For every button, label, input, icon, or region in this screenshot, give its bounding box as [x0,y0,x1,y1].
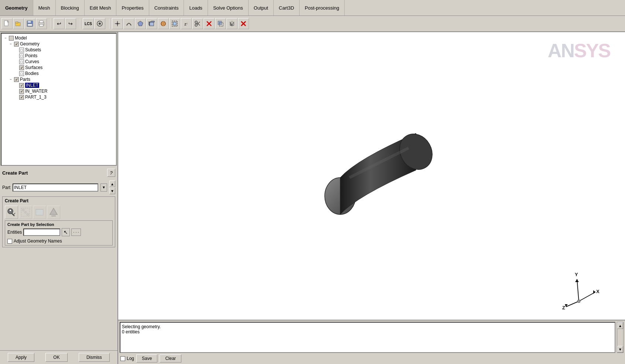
log-controls: Log Save Clear [118,353,625,364]
geom-cut-btn[interactable] [204,18,215,29]
print-button[interactable] [36,18,47,29]
tree-points[interactable]: □ Points [3,53,115,59]
help-button[interactable]: ? [107,169,115,177]
tree-bodies[interactable]: □ Bodies [3,71,115,76]
geom-transform-btn[interactable] [215,18,226,29]
toolbar-group-view: ↩ ↪ [54,18,76,29]
tree-subsets[interactable]: □ Subsets [3,47,115,53]
log-content[interactable]: Selecting geometry. 0 entities [120,322,615,353]
svg-point-43 [22,209,24,211]
select-entity-btn[interactable] [5,206,18,219]
svg-point-44 [24,211,27,213]
expand-bodies-icon [13,71,18,76]
clear-log-button[interactable]: Clear [160,354,181,363]
box-select-btn[interactable] [33,206,46,219]
geom-body-btn[interactable] [146,18,157,29]
menu-item-constraints[interactable]: Constraints [149,0,184,16]
check-surfaces[interactable]: ✓ [19,65,24,70]
check-parts[interactable]: ✓ [14,77,19,82]
open-button[interactable] [13,18,24,29]
tree-surfaces[interactable]: ✓ Surfaces [3,65,115,71]
apply-button[interactable]: Apply [8,353,34,362]
tree-in-water[interactable]: ✓ IN_WATER [3,88,115,94]
check-subsets[interactable]: □ [19,48,24,52]
check-in-water[interactable]: ✓ [19,89,24,94]
tree-model[interactable]: － Model [3,35,115,41]
entities-input[interactable] [23,229,60,236]
menu-item-mesh[interactable]: Mesh [33,0,56,16]
geom-delete-btn[interactable] [238,18,249,29]
ok-button[interactable]: OK [45,353,67,362]
deselect-btn[interactable] [47,206,60,219]
tree-label-bodies: Bodies [25,71,39,76]
multi-select-btn[interactable] [19,206,32,219]
part-dropdown-arrow[interactable]: ▼ [100,183,107,192]
geom-surface-btn[interactable] [135,18,146,29]
canvas-area[interactable]: ANSYS [118,32,625,320]
part-scroll-down[interactable]: ▼ [109,188,115,194]
log-scroll-down-btn[interactable]: ▼ [617,346,623,353]
entities-ellipsis-btn[interactable]: . . . [71,229,81,236]
check-part-1-3[interactable]: ✓ [19,95,24,100]
geom-mirror-btn[interactable] [226,18,238,29]
check-points[interactable]: □ [19,54,24,58]
lcs-button[interactable]: LCS [83,18,94,29]
menu-item-loads[interactable]: Loads [184,0,208,16]
svg-point-11 [99,23,101,25]
menu-item-blocking[interactable]: Blocking [56,0,85,16]
new-button[interactable] [1,18,13,29]
tree-label-in-water: IN_WATER [25,89,48,94]
svg-point-14 [117,23,119,25]
svg-point-45 [27,213,29,216]
check-geometry[interactable]: ✓ [14,42,19,47]
panel-header: Create Part ? [2,169,115,177]
tree-geometry[interactable]: － ✓ Geometry [3,41,115,47]
menu-item-solveoptions[interactable]: Solve Options [208,0,249,16]
tree-inlet[interactable]: ✓ INLET [3,82,115,88]
toolbar-separator-2 [80,18,81,29]
geom-z-btn[interactable]: ze [181,18,192,29]
menu-item-postprocessing[interactable]: Post-processing [300,0,345,16]
tree-curves[interactable]: □ Curves [3,59,115,65]
undo-button[interactable]: ↩ [54,18,65,29]
log-scroll-up-btn[interactable]: ▲ [617,322,623,329]
display-button[interactable] [94,18,105,29]
geom-curve-btn[interactable] [123,18,134,29]
save-log-button[interactable]: Save [136,354,157,363]
svg-rect-5 [28,21,31,23]
part-input[interactable] [13,183,98,192]
tree-view[interactable]: － Model － ✓ Geometry □ Subsets [1,33,117,166]
expand-geometry-icon[interactable]: － [8,41,13,47]
dismiss-button[interactable]: Dismiss [79,353,110,362]
geom-material-btn[interactable] [158,18,169,29]
toolbar-group-geometry: ze [112,18,249,29]
redo-button[interactable]: ↪ [65,18,76,29]
geom-point-btn[interactable] [112,18,123,29]
menu-item-geometry[interactable]: Geometry [0,0,33,16]
menu-item-cart3d[interactable]: Cart3D [274,0,300,16]
geom-subset-btn[interactable] [169,18,180,29]
log-area: Selecting geometry. 0 entities ▲ ▼ Log S… [118,320,625,364]
part-label: Part [2,185,10,190]
save-button[interactable] [24,18,35,29]
tree-label-subsets: Subsets [25,47,41,52]
svg-marker-61 [593,290,595,294]
part-scroll-up[interactable]: ▲ [109,181,115,187]
tree-part-1-3[interactable]: ✓ PART_1_3 [3,94,115,100]
check-bodies[interactable]: □ [19,71,24,76]
check-inlet[interactable]: ✓ [19,83,24,88]
expand-parts-icon[interactable]: － [8,77,13,82]
check-curves[interactable]: □ [19,59,24,64]
expand-model-icon[interactable]: － [3,35,8,41]
adjust-geom-checkbox[interactable] [7,239,12,244]
tree-parts[interactable]: － ✓ Parts [3,76,115,82]
log-checkbox[interactable] [120,356,125,361]
menu-item-properties[interactable]: Properties [116,0,149,16]
menu-item-editmesh[interactable]: Edit Mesh [85,0,117,16]
menu-item-output[interactable]: Output [249,0,274,16]
expand-points-icon [13,53,18,58]
geom-scissors-btn[interactable] [192,18,203,29]
log-label: Log [127,356,134,361]
check-model[interactable] [9,36,14,41]
entities-cursor-btn[interactable]: ↖ [62,228,70,236]
